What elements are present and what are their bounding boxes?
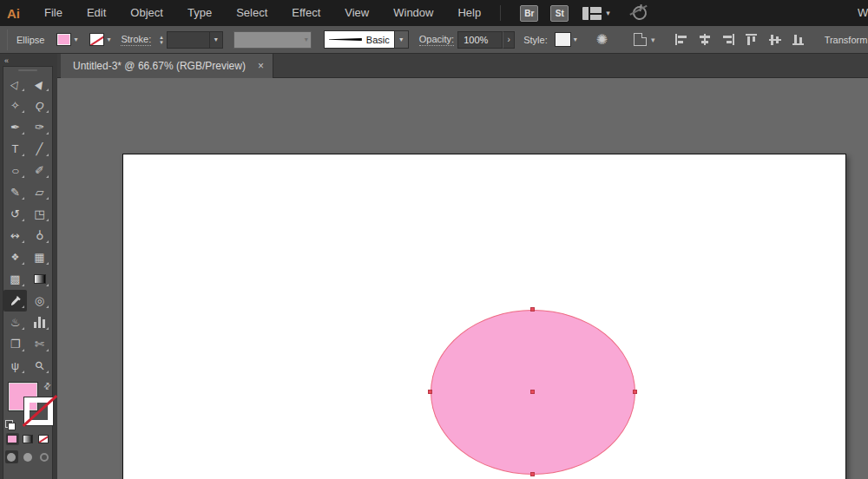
default-fill-stroke-icon[interactable] bbox=[5, 420, 13, 428]
fill-stroke-indicator: ⇄ bbox=[3, 381, 52, 430]
menu-help[interactable]: Help bbox=[445, 0, 493, 26]
perspective-grid-tool[interactable]: ▦ bbox=[28, 246, 51, 268]
hand-tool[interactable]: ψ bbox=[3, 355, 27, 377]
opacity-arrow-button[interactable]: › bbox=[503, 31, 515, 49]
anchor-left[interactable] bbox=[428, 390, 432, 394]
control-bar: Ellipse ▾ ▾ Stroke: ▴▾ ▾ ▾ Basic ▾ Opaci… bbox=[0, 26, 868, 54]
align-left-icon[interactable] bbox=[674, 33, 688, 46]
menubar-separator bbox=[500, 5, 501, 21]
close-icon[interactable]: × bbox=[258, 60, 264, 72]
anchor-center[interactable] bbox=[530, 390, 535, 394]
type-tool[interactable]: T bbox=[3, 138, 27, 160]
recolor-artwork-icon[interactable]: ✺ bbox=[596, 31, 608, 48]
menu-view[interactable]: View bbox=[332, 0, 381, 26]
opacity-panel-link[interactable]: Opacity: bbox=[419, 34, 454, 46]
menu-type[interactable]: Type bbox=[175, 0, 224, 26]
symbol-sprayer-tool[interactable]: ♨ bbox=[3, 312, 27, 333]
lasso-tool[interactable]: Q bbox=[28, 95, 51, 116]
align-right-icon[interactable] bbox=[721, 33, 735, 46]
menu-object[interactable]: Object bbox=[118, 0, 175, 26]
column-graph-tool[interactable] bbox=[28, 312, 51, 333]
none-button[interactable] bbox=[37, 433, 50, 445]
align-v-center-icon[interactable] bbox=[768, 33, 782, 46]
fill-color-swatch[interactable] bbox=[56, 33, 71, 46]
paint-mode-row bbox=[3, 433, 52, 445]
chevron-down-icon[interactable]: ▾ bbox=[606, 9, 610, 17]
paintbrush-tool[interactable]: ✐ bbox=[28, 160, 51, 181]
bridge-button[interactable]: Br bbox=[520, 5, 538, 22]
transform-panel-link[interactable]: Transform bbox=[825, 35, 868, 45]
color-button[interactable] bbox=[6, 433, 19, 445]
chevron-down-icon: ▾ bbox=[305, 36, 308, 43]
rotate-tool[interactable]: ↺ bbox=[3, 203, 27, 225]
tool-dock: « ▷ ▶ ✧ Q ✒ ✑ T ╱ ○ ✐ ✎ ▱ ↺ ◳ bbox=[0, 54, 57, 479]
chevron-down-icon[interactable]: ▾ bbox=[210, 31, 223, 49]
panel-drag-handle[interactable] bbox=[18, 69, 37, 71]
menu-window[interactable]: Window bbox=[381, 0, 445, 26]
line-segment-tool[interactable]: ╱ bbox=[28, 138, 51, 160]
artboard-tool[interactable]: ❐ bbox=[3, 333, 27, 355]
draw-behind-button[interactable] bbox=[22, 450, 35, 463]
opacity-field[interactable]: 100% bbox=[457, 31, 503, 49]
gradient-tool[interactable] bbox=[28, 268, 51, 290]
graphic-style-swatch[interactable] bbox=[555, 32, 571, 47]
draw-behind-icon bbox=[23, 453, 32, 462]
document-tab[interactable]: Untitled-3* @ 66.67% (RGB/Preview) × bbox=[61, 54, 273, 78]
color-chip bbox=[7, 435, 17, 443]
scale-tool[interactable]: ◳ bbox=[28, 203, 51, 225]
shape-builder-tool[interactable]: ❖ bbox=[3, 246, 27, 268]
align-h-center-icon[interactable] bbox=[698, 33, 712, 46]
menu-edit[interactable]: Edit bbox=[75, 0, 118, 26]
align-top-icon[interactable] bbox=[745, 33, 759, 46]
direct-selection-tool[interactable]: ▶ bbox=[28, 73, 51, 95]
stroke-proxy[interactable] bbox=[24, 397, 53, 425]
width-profile-dropdown[interactable]: ▾ bbox=[233, 31, 312, 49]
eraser-tool[interactable]: ▱ bbox=[28, 181, 51, 203]
illustrator-window: Ai File Edit Object Type Select Effect V… bbox=[0, 0, 868, 479]
magic-wand-tool[interactable]: ✧ bbox=[3, 95, 27, 116]
ellipse-tool[interactable]: ○ bbox=[3, 160, 27, 181]
stock-button[interactable]: St bbox=[550, 5, 569, 22]
pen-tool[interactable]: ✒ bbox=[3, 116, 27, 138]
arrange-documents-icon[interactable] bbox=[582, 7, 602, 20]
stroke-color-control[interactable]: ▾ bbox=[89, 33, 110, 46]
artboard[interactable] bbox=[122, 154, 846, 479]
blend-tool[interactable]: ◎ bbox=[28, 290, 51, 312]
fill-color-control[interactable]: ▾ bbox=[56, 33, 77, 46]
draw-inside-icon bbox=[40, 453, 49, 462]
sync-status-icon[interactable] bbox=[631, 5, 648, 22]
stroke-weight-stepper[interactable]: ▴▾ bbox=[160, 35, 163, 45]
swap-fill-stroke-icon[interactable]: ⇄ bbox=[41, 380, 53, 392]
stroke-color-swatch[interactable] bbox=[89, 33, 104, 46]
tools-panel: ▷ ▶ ✧ Q ✒ ✑ T ╱ ○ ✐ ✎ ▱ ↺ ◳ ↭ ⚲ ❖ bbox=[3, 66, 53, 479]
zoom-tool[interactable]: ⚲ bbox=[28, 355, 51, 377]
gradient-button[interactable] bbox=[22, 433, 35, 445]
width-tool[interactable]: ↭ bbox=[3, 225, 27, 246]
mesh-tool[interactable]: ▩ bbox=[3, 268, 27, 290]
chevron-down-icon[interactable]: ▾ bbox=[574, 36, 577, 43]
stroke-panel-link[interactable]: Stroke: bbox=[121, 34, 151, 46]
draw-inside-button[interactable] bbox=[38, 450, 51, 463]
chevron-down-icon[interactable]: ▾ bbox=[107, 36, 110, 43]
brush-definition-dropdown[interactable]: Basic bbox=[324, 30, 395, 49]
anchor-right[interactable] bbox=[633, 390, 637, 394]
curvature-tool[interactable]: ✑ bbox=[28, 116, 51, 138]
slice-tool[interactable]: ✄ bbox=[28, 333, 51, 355]
anchor-bottom[interactable] bbox=[530, 472, 535, 476]
shaper-tool[interactable]: ✎ bbox=[3, 181, 27, 203]
anchor-top[interactable] bbox=[530, 307, 535, 312]
stroke-weight-field[interactable] bbox=[167, 31, 210, 49]
canvas[interactable] bbox=[57, 78, 868, 479]
menu-select[interactable]: Select bbox=[224, 0, 279, 26]
eyedropper-tool[interactable] bbox=[3, 290, 27, 312]
draw-normal-button[interactable] bbox=[5, 450, 18, 463]
menu-file[interactable]: File bbox=[32, 0, 75, 26]
chevron-down-icon[interactable]: ▾ bbox=[395, 30, 409, 49]
chevron-down-icon[interactable]: ▾ bbox=[74, 36, 77, 43]
align-bottom-icon[interactable] bbox=[792, 33, 806, 46]
collapse-panel-icon[interactable]: « bbox=[4, 56, 8, 65]
align-to-dropdown[interactable]: ▾ bbox=[634, 33, 655, 46]
menu-effect[interactable]: Effect bbox=[279, 0, 332, 26]
puppet-warp-tool[interactable]: ⚲ bbox=[28, 225, 51, 246]
selection-tool[interactable]: ▷ bbox=[3, 73, 27, 95]
